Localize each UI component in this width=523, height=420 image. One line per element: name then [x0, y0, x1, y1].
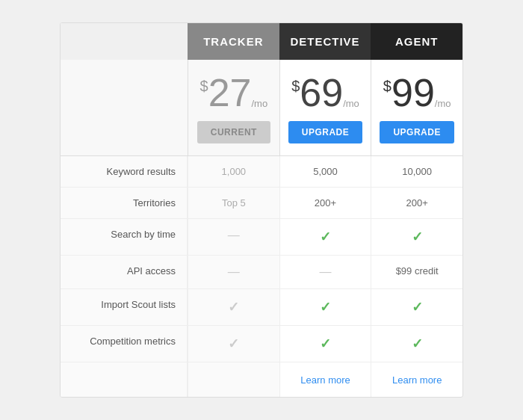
feature-label-2: Search by time	[61, 219, 188, 255]
feature-tracker-cell-1: Top 5	[188, 188, 279, 218]
learn-more-row: Learn more Learn more	[61, 362, 462, 397]
learn-more-empty-label	[61, 362, 188, 397]
detective-learn-more-cell[interactable]: Learn more	[279, 362, 371, 397]
feature-agent-cell-0: 10,000	[371, 156, 462, 187]
feature-row: Import Scout lists✓✓✓	[61, 289, 462, 326]
feature-row: Search by time—✓✓	[61, 219, 462, 256]
feature-label-0: Keyword results	[61, 156, 188, 187]
detective-upgrade-button[interactable]: UPGRADE	[288, 121, 363, 143]
plan-header-agent: AGENT	[371, 23, 462, 60]
check-gray-icon: ✓	[228, 336, 239, 351]
detective-price-col: $ 69 /mo UPGRADE	[279, 60, 371, 155]
tracker-price-display: $ 27 /mo	[196, 73, 272, 112]
detective-price-period: /mo	[343, 98, 359, 109]
agent-learn-more-cell[interactable]: Learn more	[371, 362, 462, 397]
feature-detective-cell-2: ✓	[279, 219, 371, 255]
check-green-icon: ✓	[412, 300, 423, 315]
check-green-icon: ✓	[320, 229, 331, 244]
tracker-price-period: /mo	[251, 98, 267, 109]
agent-dollar-sign: $	[383, 78, 392, 95]
check-green-icon: ✓	[412, 336, 423, 351]
feature-detective-cell-5: ✓	[279, 326, 371, 362]
feature-row: Competition metrics✓✓✓	[61, 326, 462, 362]
plan-header-detective: DETECTIVE	[279, 23, 371, 60]
check-green-icon: ✓	[412, 229, 423, 244]
check-green-icon: ✓	[320, 336, 331, 351]
dash-icon: —	[228, 265, 240, 278]
feature-agent-cell-3: $99 credit	[371, 256, 462, 288]
feature-detective-cell-1: 200+	[279, 188, 371, 218]
feature-tracker-cell-5: ✓	[188, 326, 279, 362]
header-empty-col	[61, 23, 188, 60]
feature-agent-cell-4: ✓	[371, 289, 462, 325]
detective-price-display: $ 69 /mo	[288, 73, 364, 112]
pricing-table: TRACKER DETECTIVE AGENT $ 27 /mo CURRENT…	[60, 22, 463, 398]
feature-agent-cell-5: ✓	[371, 326, 462, 362]
price-empty-col	[61, 60, 188, 155]
feature-agent-cell-2: ✓	[371, 219, 462, 255]
agent-learn-more-link[interactable]: Learn more	[392, 374, 442, 386]
feature-label-3: API access	[61, 256, 188, 288]
feature-tracker-cell-0: 1,000	[188, 156, 279, 187]
feature-rows: Keyword results1,0005,00010,000Territori…	[61, 156, 462, 362]
feature-detective-cell-3: —	[279, 256, 371, 288]
tracker-learn-more-cell	[188, 362, 279, 397]
agent-price-display: $ 99 /mo	[379, 73, 455, 112]
dash-icon: —	[320, 265, 332, 278]
feature-label-5: Competition metrics	[61, 326, 188, 362]
feature-tracker-cell-2: —	[188, 219, 279, 255]
feature-label-4: Import Scout lists	[61, 289, 188, 325]
plan-header-row: TRACKER DETECTIVE AGENT	[61, 23, 462, 60]
agent-price-period: /mo	[435, 98, 451, 109]
tracker-price-col: $ 27 /mo CURRENT	[188, 60, 279, 155]
feature-row: API access——$99 credit	[61, 256, 462, 289]
feature-tracker-cell-3: —	[188, 256, 279, 288]
agent-price-col: $ 99 /mo UPGRADE	[371, 60, 462, 155]
feature-agent-cell-1: 200+	[371, 188, 462, 218]
tracker-current-button[interactable]: CURRENT	[197, 121, 270, 143]
detective-dollar-sign: $	[291, 78, 300, 95]
agent-upgrade-button[interactable]: UPGRADE	[380, 121, 454, 143]
check-gray-icon: ✓	[228, 300, 239, 315]
feature-detective-cell-0: 5,000	[279, 156, 371, 187]
tracker-price-amount: 27	[208, 73, 252, 112]
feature-detective-cell-4: ✓	[279, 289, 371, 325]
plan-header-tracker: TRACKER	[188, 23, 279, 60]
feature-row: TerritoriesTop 5200+200+	[61, 188, 462, 219]
agent-price-amount: 99	[392, 73, 435, 112]
feature-tracker-cell-4: ✓	[188, 289, 279, 325]
check-green-icon: ✓	[320, 300, 331, 315]
detective-learn-more-link[interactable]: Learn more	[300, 374, 350, 386]
dash-icon: —	[228, 229, 240, 241]
tracker-dollar-sign: $	[200, 78, 208, 95]
detective-price-amount: 69	[300, 73, 343, 112]
feature-row: Keyword results1,0005,00010,000	[61, 156, 462, 188]
feature-label-1: Territories	[61, 188, 188, 218]
plan-price-row: $ 27 /mo CURRENT $ 69 /mo UPGRADE $ 99 /…	[61, 60, 462, 156]
